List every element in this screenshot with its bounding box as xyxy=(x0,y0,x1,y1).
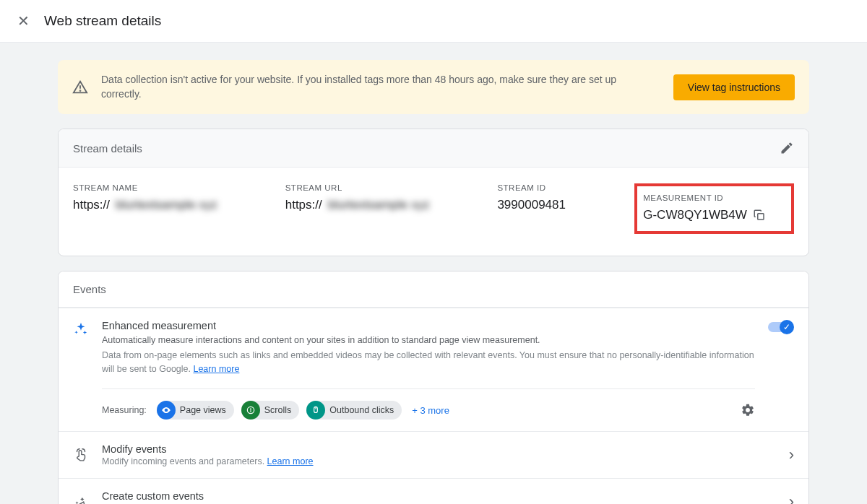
outbound-clicks-label: Outbound clicks xyxy=(329,405,394,415)
stream-details-title: Stream details xyxy=(73,142,142,155)
sparkle-icon xyxy=(73,320,89,337)
measuring-label: Measuring: xyxy=(102,405,147,415)
scrolls-label: Scrolls xyxy=(264,405,292,415)
modify-events-title: Modify events xyxy=(102,443,776,455)
stream-name-value: https://blurtextsample xyz xyxy=(73,198,280,212)
stream-name-field: STREAM NAME https://blurtextsample xyz xyxy=(73,183,280,234)
stream-details-grid: STREAM NAME https://blurtextsample xyz S… xyxy=(59,168,808,256)
copy-icon[interactable] xyxy=(753,209,766,222)
gear-icon[interactable] xyxy=(741,403,755,417)
stream-id-label: STREAM ID xyxy=(497,183,629,192)
scrolls-chip: Scrolls xyxy=(241,401,300,420)
events-card: Events Enhanced measurement Automaticall… xyxy=(58,271,809,504)
eye-icon xyxy=(157,401,176,420)
stream-name-prefix: https:// xyxy=(73,198,110,212)
events-header: Events xyxy=(59,271,808,308)
modify-events-body: Modify events Modify incoming events and… xyxy=(102,443,776,466)
stream-url-prefix: https:// xyxy=(285,198,322,212)
page-views-label: Page views xyxy=(180,405,226,415)
enhanced-measurement-body: Enhanced measurement Automatically measu… xyxy=(102,320,755,420)
create-custom-events-title: Create custom events xyxy=(102,490,776,502)
check-icon: ✓ xyxy=(780,320,794,334)
create-custom-events-body: Create custom events Create new events f… xyxy=(102,490,776,504)
content-area: Data collection isn't active for your we… xyxy=(58,43,809,504)
close-icon[interactable]: ✕ xyxy=(17,14,30,28)
measurement-id-label: MEASUREMENT ID xyxy=(643,194,785,202)
page-title: Web stream details xyxy=(44,13,161,29)
events-title: Events xyxy=(73,283,106,295)
enhanced-measurement-toggle[interactable]: ✓ xyxy=(768,320,794,334)
enhanced-measurement-description: Data from on-page elements such as links… xyxy=(102,349,755,376)
outbound-clicks-chip: Outbound clicks xyxy=(306,401,402,420)
svg-point-1 xyxy=(80,90,81,91)
stream-url-value: https://blurtextsample xyz xyxy=(285,198,492,212)
modify-events-subtitle: Modify incoming events and parameters. L… xyxy=(102,456,776,466)
modify-events-sub-text: Modify incoming events and parameters. xyxy=(102,456,267,466)
modify-events-row[interactable]: Modify events Modify incoming events and… xyxy=(59,431,808,478)
enhanced-measurement-subtitle: Automatically measure interactions and c… xyxy=(102,334,755,347)
measurement-id-field: MEASUREMENT ID G-CW8QY1WB4W xyxy=(634,183,794,234)
stream-url-redacted: blurtextsample xyz xyxy=(328,198,430,212)
svg-point-4 xyxy=(247,407,254,414)
touch-icon xyxy=(73,446,89,464)
more-chips-link[interactable]: + 3 more xyxy=(412,405,449,416)
alert-banner: Data collection isn't active for your we… xyxy=(58,60,809,114)
stream-details-card: Stream details STREAM NAME https://blurt… xyxy=(58,129,809,256)
measuring-chips-row: Measuring: Page views Scrolls xyxy=(102,388,755,420)
svg-rect-2 xyxy=(758,214,764,220)
stream-id-field: STREAM ID 3990009481 xyxy=(497,183,629,234)
enhanced-learn-more-link[interactable]: Learn more xyxy=(193,364,239,374)
stream-name-redacted: blurtextsample xyz xyxy=(116,198,217,212)
stream-details-header: Stream details xyxy=(59,129,808,168)
warning-icon xyxy=(72,79,88,95)
edit-icon[interactable] xyxy=(780,141,794,155)
enhanced-measurement-title: Enhanced measurement xyxy=(102,320,755,331)
stream-url-field: STREAM URL https://blurtextsample xyz xyxy=(285,183,492,234)
measurement-id-text: G-CW8QY1WB4W xyxy=(643,208,747,222)
mouse-icon xyxy=(306,401,325,420)
alert-message: Data collection isn't active for your we… xyxy=(101,73,660,101)
stream-id-value: 3990009481 xyxy=(497,198,629,212)
enhanced-measurement-row: Enhanced measurement Automatically measu… xyxy=(59,308,808,431)
stream-name-label: STREAM NAME xyxy=(73,183,280,192)
chevron-right-icon: › xyxy=(789,492,794,504)
create-custom-events-row[interactable]: Create custom events Create new events f… xyxy=(59,478,808,504)
page-header: ✕ Web stream details xyxy=(0,0,867,43)
chevron-right-icon: › xyxy=(789,446,794,464)
measurement-id-value: G-CW8QY1WB4W xyxy=(643,208,785,222)
svg-point-3 xyxy=(165,409,167,411)
scroll-icon xyxy=(241,401,260,420)
magic-icon xyxy=(73,493,89,504)
view-tag-instructions-button[interactable]: View tag instructions xyxy=(673,74,795,100)
modify-learn-more-link[interactable]: Learn more xyxy=(267,456,314,466)
page-views-chip: Page views xyxy=(157,401,234,420)
stream-url-label: STREAM URL xyxy=(285,183,492,192)
